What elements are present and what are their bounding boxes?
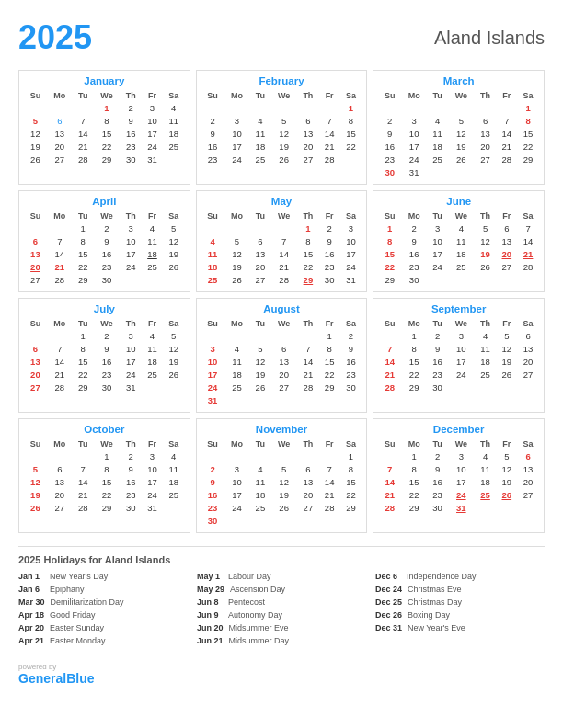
cal-day: 21 [319, 488, 340, 501]
cal-day: 16 [401, 247, 427, 260]
cal-day: 29 [94, 501, 121, 514]
day-header: Mo [401, 318, 427, 329]
holiday-item: Dec 25Christmas Day [375, 597, 545, 609]
cal-day: 11 [224, 355, 249, 368]
cal-day: 13 [475, 127, 497, 140]
cal-day: 4 [142, 329, 163, 342]
cal-day: 15 [73, 247, 94, 260]
cal-day: 15 [401, 475, 427, 488]
holiday-name: New Year's Eve [408, 622, 465, 635]
cal-day: 9 [120, 114, 142, 127]
cal-day: 28 [496, 153, 517, 165]
cal-day: 13 [249, 247, 270, 260]
cal-day: 20 [297, 488, 319, 501]
day-header: We [94, 90, 121, 101]
cal-day: 14 [73, 127, 94, 140]
day-header: Fr [142, 318, 163, 329]
cal-day [224, 514, 249, 527]
day-header: Tu [427, 210, 448, 222]
cal-day: 10 [427, 234, 448, 247]
footer-powered: powered by [18, 663, 94, 671]
holiday-item: Mar 30Demilitarization Day [18, 597, 188, 609]
cal-day: 16 [319, 247, 340, 260]
cal-day: 26 [224, 273, 249, 286]
cal-day: 22 [73, 368, 94, 381]
cal-day: 6 [47, 114, 73, 127]
cal-day [340, 393, 362, 406]
cal-day: 11 [142, 234, 163, 247]
cal-day: 29 [94, 153, 121, 165]
cal-day: 13 [297, 127, 319, 140]
cal-day: 14 [297, 355, 319, 368]
cal-day: 11 [142, 342, 163, 355]
cal-day: 16 [120, 127, 142, 140]
cal-day: 2 [401, 222, 427, 234]
cal-day: 10 [120, 342, 142, 355]
holiday-date: Dec 6 [375, 571, 401, 584]
cal-day: 19 [24, 488, 47, 501]
cal-day: 23 [120, 140, 142, 153]
holiday-name: Autonomy Day [228, 609, 282, 622]
cal-day: 6 [249, 234, 270, 247]
cal-day: 17 [120, 355, 142, 368]
cal-day: 30 [319, 273, 340, 286]
cal-day: 4 [249, 114, 270, 127]
cal-day: 7 [378, 462, 401, 475]
cal-day: 7 [297, 342, 319, 355]
cal-day: 23 [201, 501, 224, 514]
cal-day: 7 [73, 462, 94, 475]
cal-day: 31 [142, 153, 163, 165]
cal-day: 10 [142, 462, 163, 475]
holiday-name: Independence Day [407, 571, 477, 584]
cal-day: 19 [475, 247, 497, 260]
cal-day: 13 [24, 247, 47, 260]
cal-day: 30 [340, 381, 362, 393]
cal-day: 19 [270, 140, 297, 153]
day-header: Su [24, 438, 47, 449]
cal-day: 26 [270, 153, 297, 165]
day-header: We [270, 318, 297, 329]
month-block-december: DecemberSuMoTuWeThFrSa123456789101112131… [373, 418, 545, 533]
day-header: Sa [340, 90, 362, 101]
day-header: Su [201, 318, 224, 329]
cal-day: 27 [496, 260, 517, 273]
cal-day: 25 [249, 153, 270, 165]
holiday-date: Dec 31 [375, 622, 402, 635]
cal-day: 2 [120, 449, 142, 462]
cal-day [249, 514, 270, 527]
cal-day [297, 101, 319, 114]
holiday-item: Dec 6Independence Day [375, 571, 545, 584]
region-label: Aland Islands [434, 28, 545, 49]
cal-day [378, 101, 401, 114]
cal-day [120, 273, 142, 286]
holiday-name: Midsummer Eve [229, 622, 289, 635]
cal-day [224, 449, 249, 462]
cal-day: 21 [73, 140, 94, 153]
day-header: Tu [427, 318, 448, 329]
cal-day: 17 [448, 475, 475, 488]
cal-day: 31 [448, 501, 475, 514]
day-header: Tu [73, 210, 94, 222]
cal-day: 16 [201, 488, 224, 501]
cal-day: 13 [517, 342, 539, 355]
cal-day [517, 381, 539, 393]
cal-day: 18 [201, 260, 224, 273]
holiday-date: Jun 20 [197, 622, 224, 635]
year-label: 2025 [18, 18, 92, 57]
holiday-date: Dec 25 [375, 597, 402, 609]
cal-day: 23 [120, 488, 142, 501]
holiday-name: Christmas Eve [408, 584, 462, 597]
cal-day: 8 [94, 462, 121, 475]
holiday-date: May 29 [197, 584, 224, 597]
cal-day: 19 [249, 368, 270, 381]
day-header: Su [201, 438, 224, 449]
cal-day [249, 101, 270, 114]
cal-day: 23 [427, 368, 448, 381]
day-header: Th [120, 90, 142, 101]
cal-day: 5 [475, 222, 497, 234]
cal-day [163, 273, 185, 286]
cal-day: 1 [378, 222, 401, 234]
cal-table: SuMoTuWeThFrSa12345678910111213141516171… [378, 90, 539, 178]
day-header: Sa [340, 210, 362, 222]
cal-day: 3 [142, 449, 163, 462]
